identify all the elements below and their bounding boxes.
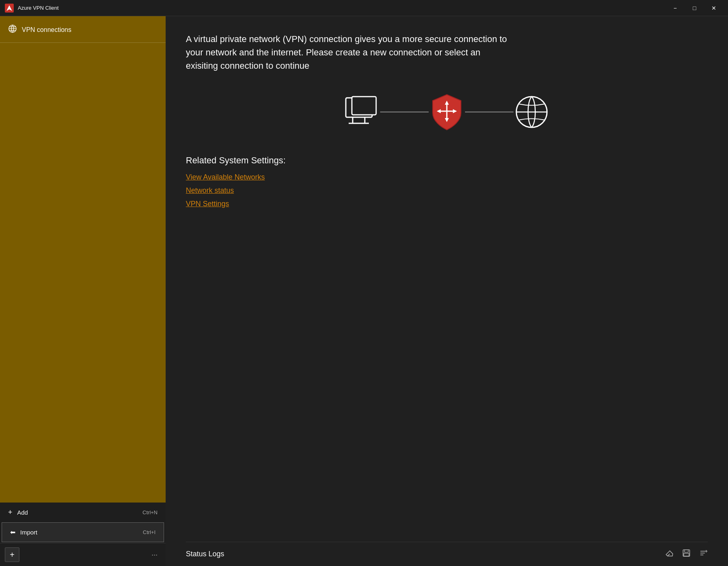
close-button[interactable]: ✕ (705, 2, 723, 15)
svg-rect-18 (684, 550, 688, 552)
vpn-connections-icon (8, 24, 17, 35)
svg-rect-7 (352, 97, 376, 115)
app-title: Azure VPN Client (18, 5, 666, 11)
shield-icon (429, 93, 465, 131)
sidebar: VPN connections + Add Ctrl+N ⬅ Import Ct… (0, 16, 166, 566)
maximize-button[interactable]: □ (685, 2, 704, 15)
computer-icon (344, 96, 380, 128)
related-settings-title: Related System Settings: (186, 155, 708, 166)
title-bar: Azure VPN Client − □ ✕ (0, 0, 728, 16)
add-connection-icon: + (10, 550, 15, 560)
import-menu-item[interactable]: ⬅ Import Ctrl+I (2, 522, 164, 542)
add-plus-icon: + (8, 508, 13, 517)
sidebar-header: VPN connections (0, 16, 166, 43)
main-layout: VPN connections + Add Ctrl+N ⬅ Import Ct… (0, 16, 728, 566)
sort-icon[interactable] (699, 549, 708, 560)
vpn-settings-link[interactable]: VPN Settings (186, 200, 708, 208)
sidebar-toolbar: + ··· (0, 543, 166, 566)
minimize-button[interactable]: − (666, 2, 684, 15)
sidebar-header-content: VPN connections (8, 24, 158, 35)
content-area: A virtual private network (VPN) connecti… (166, 16, 728, 566)
network-status-link[interactable]: Network status (186, 186, 708, 195)
add-label: Add (17, 509, 28, 516)
related-settings: Related System Settings: View Available … (186, 155, 708, 213)
add-menu-item[interactable]: + Add Ctrl+N (0, 503, 166, 522)
status-logs-bar: Status Logs (186, 542, 708, 566)
status-logs-icons (665, 549, 708, 560)
eraser-icon[interactable] (665, 549, 674, 560)
svg-rect-19 (684, 553, 689, 556)
import-shortcut: Ctrl+I (143, 529, 156, 535)
vpn-diagram (186, 93, 708, 131)
diagram-line-2 (465, 112, 513, 112)
status-logs-label: Status Logs (186, 550, 665, 558)
save-icon[interactable] (682, 549, 691, 560)
view-available-networks-link[interactable]: View Available Networks (186, 173, 708, 182)
window-controls: − □ ✕ (666, 2, 723, 15)
sidebar-connections-list (0, 43, 166, 503)
welcome-description: A virtual private network (VPN) connecti… (186, 32, 509, 72)
vpn-connections-label: VPN connections (22, 26, 72, 34)
sidebar-bottom: + Add Ctrl+N ⬅ Import Ctrl+I + ··· (0, 503, 166, 566)
import-label: Import (20, 529, 38, 536)
import-icon: ⬅ (10, 528, 15, 536)
app-logo (5, 4, 14, 13)
more-options-button[interactable]: ··· (148, 549, 161, 561)
globe-icon (513, 94, 550, 130)
add-shortcut: Ctrl+N (143, 509, 158, 515)
add-connection-button[interactable]: + (5, 547, 19, 562)
diagram-line-1 (380, 112, 429, 112)
svg-point-1 (8, 7, 10, 8)
